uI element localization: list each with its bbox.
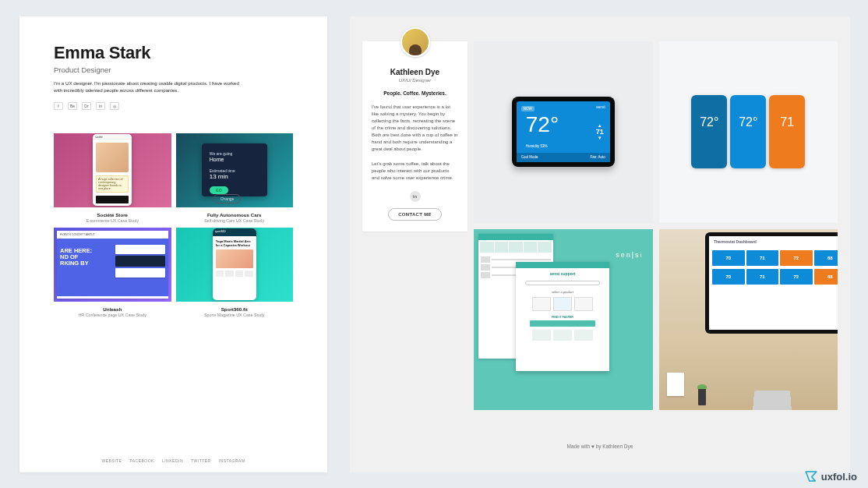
footer-link[interactable]: FACEBOOK (129, 458, 154, 463)
contact-button[interactable]: CONTACT ME (388, 208, 442, 221)
mock-label: We are going (210, 151, 259, 156)
mock-value: 70 (712, 250, 745, 266)
mock-text: RKING BY (60, 260, 89, 267)
profile-card: Kathleen Dye UX/UI Designer People. Coff… (362, 41, 468, 232)
social-row: f Be Dr in ◎ (54, 102, 293, 110)
mock-target: 71 (596, 128, 604, 136)
mock-value: 71 (746, 250, 779, 266)
gallery-tile[interactable]: sen|si sensi suppor (474, 229, 653, 411)
person-title: Product Designer (54, 65, 293, 74)
mock-value: 72 (780, 250, 813, 266)
dribbble-icon[interactable]: Dr (82, 102, 91, 110)
mock-nav: EVENTS CONCEPT ABOUT (57, 231, 168, 239)
instagram-icon[interactable]: ◎ (110, 102, 119, 110)
footer-links: WEBSITE FACEBOOK LINKEDIN TWITTER INSTAG… (19, 458, 327, 463)
brand-text: uxfol.io (821, 471, 857, 483)
behance-icon[interactable]: Be (68, 102, 77, 110)
mock-value: 68 (814, 269, 838, 285)
mock-headline: Yoga Meets Martial Arts for a Capoeira W… (216, 239, 253, 247)
person-name: Kathleen Dye (372, 68, 458, 76)
mock-label: select a product (516, 287, 609, 297)
mock-brand: société (93, 134, 132, 140)
footer-credit: Made with ♥ by Kathleen Dye (350, 444, 850, 449)
linkedin-icon[interactable]: in (410, 191, 421, 202)
project-title: Sport360.fit (176, 306, 294, 312)
person-tagline: People. Coffee. Mysteries. (372, 90, 458, 96)
portfolio-emma: Emma Stark Product Designer I'm a UX des… (19, 16, 327, 472)
footer-link[interactable]: TWITTER (191, 458, 211, 463)
project-tile[interactable]: We are going Home Estimated time 13 min … (176, 133, 294, 223)
project-title: Société Store (54, 212, 171, 217)
person-name: Emma Stark (54, 43, 293, 63)
mock-device: NOW sensi 72° ▲ 71 ▼ Humidity 53% Cool M… (512, 97, 615, 167)
mock-badge: NOW (521, 106, 535, 111)
mock-brand: sensi (596, 104, 605, 109)
gallery-tile[interactable]: 72° 72° 71 (659, 41, 838, 223)
facebook-icon[interactable]: f (54, 102, 63, 110)
mock-brand: sport360 (213, 228, 256, 236)
project-sub: Sports Magazine UX Case Study (176, 313, 294, 317)
mock-value: Home (210, 157, 259, 162)
gallery-tile[interactable]: NOW sensi 72° ▲ 71 ▼ Humidity 53% Cool M… (474, 41, 653, 223)
mock-value: 72 (780, 269, 813, 285)
projects-grid: société A huge collection of contemporar… (54, 133, 293, 317)
project-tile[interactable]: société A huge collection of contemporar… (54, 133, 171, 223)
project-sub: E-commerce UX Case Study (54, 218, 171, 223)
project-sub: Self-driving Cars UX Case Study (176, 218, 294, 223)
project-tile[interactable]: sport360 Yoga Meets Martial Arts for a C… (176, 228, 294, 317)
gallery-tile[interactable]: Thermostat Dashboard 70 71 72 68 70 71 7… (659, 229, 838, 411)
bio-paragraph: I've found that user experience is a lot… (372, 104, 458, 153)
linkedin-icon[interactable]: in (96, 102, 105, 110)
bio-paragraph: Let's grab some coffee, talk about the p… (372, 161, 458, 182)
mock-humidity: Humidity 53% (526, 144, 548, 148)
mock-temperature: 71 (769, 95, 805, 168)
mock-change-button: Change (213, 194, 242, 203)
mock-go-button: GO (210, 186, 228, 194)
uxfolio-brand[interactable]: uxfol.io (804, 469, 857, 483)
mock-fan: Fan: Auto (563, 153, 610, 162)
mock-value: 68 (814, 250, 838, 266)
mock-label: FIND IT FASTER (516, 311, 609, 320)
mock-temperature: 72° (526, 112, 559, 137)
mock-value: 13 min (210, 173, 259, 180)
project-sub: HR Conference page UX Case Study (54, 313, 171, 317)
mock-temperature: 72° (691, 95, 727, 168)
portfolio-kathleen: Kathleen Dye UX/UI Designer People. Coff… (350, 16, 850, 472)
project-title: Fully Autonomous Cars (176, 212, 294, 217)
person-title: UX/UI Designer (372, 78, 458, 83)
gallery-grid: NOW sensi 72° ▲ 71 ▼ Humidity 53% Cool M… (474, 41, 838, 410)
mock-mode: Cool Mode (517, 153, 563, 162)
footer-link[interactable]: LINKEDIN (162, 458, 183, 463)
project-tile[interactable]: EVENTS CONCEPT ABOUT ARE HERE: ND OF RKI… (54, 228, 171, 317)
footer-link[interactable]: INSTAGRAM (219, 458, 245, 463)
mock-value: 70 (712, 269, 745, 285)
uxfolio-logo-icon (804, 469, 818, 483)
mock-brand: sen|si (616, 251, 643, 259)
mock-temperature: 72° (730, 95, 766, 168)
project-title: Unleash (54, 306, 171, 312)
mock-card: We are going Home Estimated time 13 min … (202, 143, 267, 196)
person-bio: I'm a UX designer. I'm passionate about … (54, 80, 249, 94)
mock-value: 71 (746, 269, 779, 285)
footer-link[interactable]: WEBSITE (101, 458, 122, 463)
mock-site: EVENTS CONCEPT ABOUT ARE HERE: ND OF RKI… (57, 231, 168, 299)
avatar (400, 27, 430, 57)
mock-heading: sensi support (516, 268, 609, 279)
mock-title: Thermostat Dashboard (709, 236, 838, 247)
mock-caption: A huge collection of contemporary design… (96, 175, 129, 193)
